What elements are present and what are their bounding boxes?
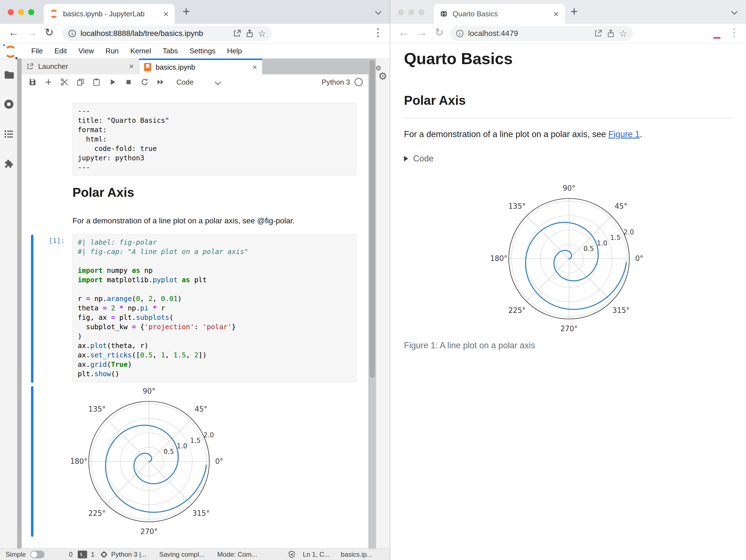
stop-icon[interactable] bbox=[124, 78, 133, 86]
zoom-window-button[interactable] bbox=[418, 9, 424, 15]
file-browser-icon[interactable] bbox=[4, 70, 14, 80]
sidebar-splitter[interactable] bbox=[17, 58, 22, 549]
close-window-button[interactable] bbox=[398, 9, 404, 15]
svg-text:1.5: 1.5 bbox=[190, 437, 201, 444]
browser-menu-icon[interactable]: ⋮ bbox=[373, 27, 383, 37]
svg-text:315°: 315° bbox=[612, 306, 630, 315]
menu-item-kernel[interactable]: Kernel bbox=[124, 47, 157, 55]
table-of-contents-icon[interactable] bbox=[4, 129, 14, 139]
cursor-position-label[interactable]: Ln 1, C... bbox=[303, 551, 329, 558]
code-cell-editor[interactable]: #| label: fig-polar#| fig-cap: "A line p… bbox=[73, 234, 357, 382]
close-icon[interactable]: × bbox=[252, 62, 257, 72]
scrollbar-thumb[interactable] bbox=[369, 60, 375, 378]
tab-search-chevron-icon[interactable] bbox=[375, 8, 381, 15]
forward-icon[interactable]: → bbox=[27, 27, 37, 37]
browser-menu-icon[interactable]: ⋮ bbox=[729, 27, 739, 37]
minimize-window-button[interactable] bbox=[18, 9, 24, 15]
close-icon[interactable]: × bbox=[129, 62, 134, 71]
running-sessions-icon[interactable] bbox=[4, 99, 14, 109]
menu-item-run[interactable]: Run bbox=[100, 47, 125, 55]
tab-search-chevron-icon[interactable] bbox=[731, 8, 738, 15]
open-in-new-icon[interactable] bbox=[233, 29, 241, 38]
reload-icon[interactable]: ↻ bbox=[435, 27, 444, 37]
menu-item-file[interactable]: File bbox=[25, 47, 49, 55]
browser-tab[interactable]: Quarto Basics × bbox=[434, 4, 565, 24]
add-cell-icon[interactable] bbox=[44, 78, 53, 86]
minimize-window-button[interactable] bbox=[408, 9, 414, 15]
kernel-status-text[interactable]: Python 3 |... bbox=[111, 551, 147, 558]
svg-text:315°: 315° bbox=[193, 509, 210, 518]
run-icon[interactable] bbox=[108, 78, 117, 86]
svg-text:0.5: 0.5 bbox=[164, 448, 174, 455]
save-icon[interactable] bbox=[28, 78, 36, 86]
info-icon[interactable] bbox=[455, 29, 464, 38]
cell-type-dropdown[interactable]: Code bbox=[176, 78, 194, 87]
menu-item-help[interactable]: Help bbox=[221, 47, 248, 55]
code-fold-disclosure[interactable]: Code bbox=[404, 154, 434, 164]
simple-mode-toggle[interactable] bbox=[30, 551, 45, 558]
url-text[interactable]: localhost:8888/lab/tree/basics.ipynb bbox=[81, 29, 229, 38]
tab-notebook[interactable]: basics.ipynb × bbox=[139, 58, 262, 75]
browser-toolbar: ← → ↻ localhost:4479 ☆ ⋮ bbox=[390, 24, 746, 43]
figure-link[interactable]: Figure 1 bbox=[608, 129, 640, 139]
tab-launcher[interactable]: Launcher × bbox=[22, 58, 139, 75]
close-window-button[interactable] bbox=[8, 9, 14, 15]
browser-tab[interactable]: basics.ipynb - JupyterLab × bbox=[44, 4, 175, 24]
svg-text:1.0: 1.0 bbox=[597, 239, 607, 247]
yaml-raw-cell[interactable]: ---title: "Quarto Basics"format: html: c… bbox=[73, 103, 357, 176]
tab-notebook-label: basics.ipynb bbox=[156, 63, 252, 71]
paste-icon[interactable] bbox=[92, 78, 101, 86]
close-tab-icon[interactable]: × bbox=[163, 9, 169, 19]
filename-label[interactable]: basics.ip... bbox=[341, 551, 372, 558]
address-bar[interactable]: localhost:4479 ☆ bbox=[450, 26, 633, 41]
cut-icon[interactable] bbox=[60, 78, 68, 86]
svg-text:0°: 0° bbox=[215, 457, 223, 466]
gear-icon[interactable]: ⚙ bbox=[378, 70, 387, 82]
run-all-icon[interactable] bbox=[156, 78, 165, 86]
notebook-scrollbar[interactable] bbox=[368, 58, 376, 549]
circle-x-icon[interactable] bbox=[288, 551, 295, 558]
new-tab-button[interactable]: + bbox=[182, 5, 190, 18]
forward-icon[interactable]: → bbox=[417, 27, 427, 37]
reload-icon[interactable]: ↻ bbox=[45, 27, 54, 37]
document-tab-bar: Launcher × basics.ipynb × bbox=[22, 58, 368, 75]
url-text[interactable]: localhost:4479 bbox=[468, 29, 590, 38]
svg-text:180°: 180° bbox=[70, 457, 88, 466]
right-sidebar: ⚙ ⚙ bbox=[376, 58, 390, 549]
svg-text:0°: 0° bbox=[635, 254, 643, 263]
globe-icon bbox=[440, 10, 448, 18]
chevron-down-icon[interactable] bbox=[215, 79, 221, 85]
menu-item-view[interactable]: View bbox=[73, 47, 100, 55]
open-in-new-icon[interactable] bbox=[594, 29, 602, 38]
disclosure-triangle-icon bbox=[404, 156, 408, 161]
restart-kernel-icon[interactable] bbox=[140, 78, 149, 86]
body-paragraph: For a demonstration of a line plot on a … bbox=[404, 129, 642, 139]
share-icon[interactable] bbox=[245, 29, 254, 38]
menu-item-tabs[interactable]: Tabs bbox=[157, 47, 183, 55]
kernel-name-label: Python 3 bbox=[322, 78, 350, 87]
info-icon[interactable] bbox=[68, 29, 77, 38]
notebook-scroll-area[interactable]: ---title: "Quarto Basics"format: html: c… bbox=[22, 90, 368, 549]
menu-item-settings[interactable]: Settings bbox=[183, 47, 221, 55]
new-tab-button[interactable]: + bbox=[570, 5, 578, 18]
window-controls bbox=[8, 9, 34, 15]
input-cell-collapser[interactable] bbox=[31, 235, 33, 383]
bookmark-star-icon[interactable]: ☆ bbox=[619, 29, 627, 38]
output-cell-collapser[interactable] bbox=[31, 386, 33, 537]
kernel-indicator[interactable]: Python 3 bbox=[322, 78, 363, 87]
svg-text:90°: 90° bbox=[563, 184, 575, 193]
jupyterlab-menu-bar: File Edit View Run Kernel Tabs Settings … bbox=[0, 43, 390, 59]
bookmark-star-icon[interactable]: ☆ bbox=[258, 29, 266, 38]
close-tab-icon[interactable]: × bbox=[553, 9, 559, 19]
zoom-window-button[interactable] bbox=[28, 9, 34, 15]
share-icon[interactable] bbox=[606, 29, 615, 38]
svg-text:1.5: 1.5 bbox=[610, 234, 621, 242]
copy-icon[interactable] bbox=[76, 78, 85, 86]
back-icon[interactable]: ← bbox=[8, 27, 19, 37]
menu-item-edit[interactable]: Edit bbox=[49, 47, 73, 55]
browser-tab-title: Quarto Basics bbox=[453, 10, 553, 18]
address-bar[interactable]: localhost:8888/lab/tree/basics.ipynb ☆ bbox=[62, 26, 272, 41]
saving-status: Saving compl... bbox=[159, 551, 205, 558]
extensions-icon[interactable] bbox=[4, 159, 14, 169]
back-icon[interactable]: ← bbox=[398, 27, 409, 37]
